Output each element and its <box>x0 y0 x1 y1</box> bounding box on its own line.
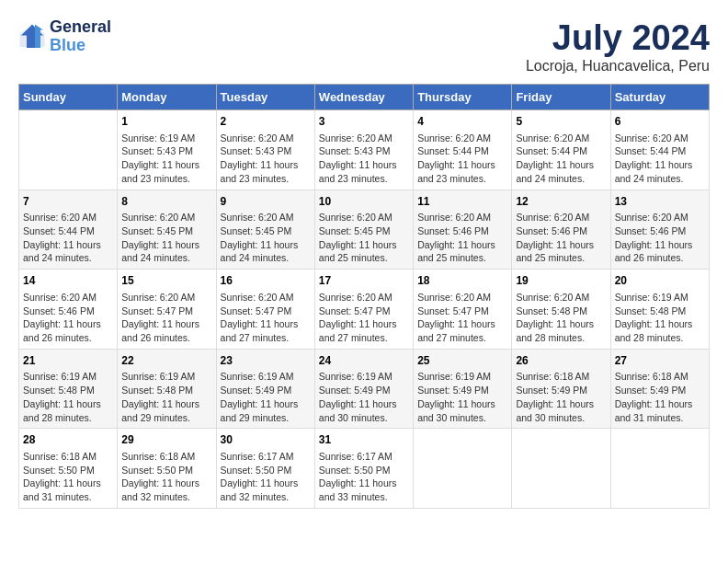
day-number: 3 <box>319 114 409 130</box>
calendar-week-row: 21Sunrise: 6:19 AMSunset: 5:48 PMDayligh… <box>19 349 710 429</box>
calendar-header-tuesday: Tuesday <box>216 85 314 110</box>
calendar-week-row: 1Sunrise: 6:19 AMSunset: 5:43 PMDaylight… <box>19 110 710 190</box>
day-number: 30 <box>221 432 311 448</box>
calendar-cell: 17Sunrise: 6:20 AMSunset: 5:47 PMDayligh… <box>314 270 413 350</box>
day-number: 28 <box>23 432 113 448</box>
calendar-cell <box>414 429 512 509</box>
day-number: 9 <box>221 194 311 210</box>
page-header: General Blue July 2024 Locroja, Huancave… <box>18 18 710 75</box>
day-info: Sunrise: 6:20 AMSunset: 5:44 PMDaylight:… <box>417 132 507 186</box>
day-info: Sunrise: 6:17 AMSunset: 5:50 PMDaylight:… <box>319 450 409 504</box>
day-info: Sunrise: 6:20 AMSunset: 5:46 PMDaylight:… <box>23 291 113 345</box>
day-number: 20 <box>615 273 705 289</box>
calendar-cell: 30Sunrise: 6:17 AMSunset: 5:50 PMDayligh… <box>216 429 314 509</box>
day-info: Sunrise: 6:20 AMSunset: 5:44 PMDaylight:… <box>23 211 113 265</box>
day-info: Sunrise: 6:19 AMSunset: 5:48 PMDaylight:… <box>23 370 113 424</box>
logo-icon <box>18 23 46 51</box>
calendar-week-row: 28Sunrise: 6:18 AMSunset: 5:50 PMDayligh… <box>19 429 710 509</box>
calendar-header-monday: Monday <box>118 85 216 110</box>
day-number: 29 <box>121 432 211 448</box>
calendar-cell: 7Sunrise: 6:20 AMSunset: 5:44 PMDaylight… <box>19 190 118 270</box>
calendar-cell: 28Sunrise: 6:18 AMSunset: 5:50 PMDayligh… <box>19 429 118 509</box>
day-number: 27 <box>615 353 705 369</box>
calendar-cell: 12Sunrise: 6:20 AMSunset: 5:46 PMDayligh… <box>512 190 610 270</box>
calendar-cell <box>512 429 610 509</box>
title-block: July 2024 Locroja, Huancavelica, Peru <box>526 18 710 75</box>
logo: General Blue <box>18 18 111 55</box>
day-info: Sunrise: 6:20 AMSunset: 5:46 PMDaylight:… <box>615 211 705 265</box>
calendar-cell: 5Sunrise: 6:20 AMSunset: 5:44 PMDaylight… <box>512 110 610 190</box>
calendar-cell: 25Sunrise: 6:19 AMSunset: 5:49 PMDayligh… <box>414 349 512 429</box>
day-number: 26 <box>516 353 606 369</box>
day-info: Sunrise: 6:20 AMSunset: 5:43 PMDaylight:… <box>221 132 311 186</box>
day-number: 23 <box>221 353 311 369</box>
day-info: Sunrise: 6:19 AMSunset: 5:48 PMDaylight:… <box>615 291 705 345</box>
calendar-table: SundayMondayTuesdayWednesdayThursdayFrid… <box>18 84 710 509</box>
calendar-cell: 1Sunrise: 6:19 AMSunset: 5:43 PMDaylight… <box>118 110 216 190</box>
day-info: Sunrise: 6:20 AMSunset: 5:44 PMDaylight:… <box>516 132 606 186</box>
calendar-header-thursday: Thursday <box>414 85 512 110</box>
day-number: 5 <box>516 114 606 130</box>
calendar-cell: 2Sunrise: 6:20 AMSunset: 5:43 PMDaylight… <box>216 110 314 190</box>
day-number: 22 <box>121 353 211 369</box>
day-number: 4 <box>417 114 507 130</box>
calendar-cell: 26Sunrise: 6:18 AMSunset: 5:49 PMDayligh… <box>512 349 610 429</box>
day-info: Sunrise: 6:17 AMSunset: 5:50 PMDaylight:… <box>221 450 311 504</box>
calendar-cell: 16Sunrise: 6:20 AMSunset: 5:47 PMDayligh… <box>216 270 314 350</box>
calendar-cell: 14Sunrise: 6:20 AMSunset: 5:46 PMDayligh… <box>19 270 118 350</box>
calendar-week-row: 14Sunrise: 6:20 AMSunset: 5:46 PMDayligh… <box>19 270 710 350</box>
calendar-cell: 22Sunrise: 6:19 AMSunset: 5:48 PMDayligh… <box>118 349 216 429</box>
calendar-cell: 23Sunrise: 6:19 AMSunset: 5:49 PMDayligh… <box>216 349 314 429</box>
day-number: 1 <box>121 114 211 130</box>
day-info: Sunrise: 6:20 AMSunset: 5:47 PMDaylight:… <box>319 291 409 345</box>
calendar-cell: 21Sunrise: 6:19 AMSunset: 5:48 PMDayligh… <box>19 349 118 429</box>
day-number: 12 <box>516 194 606 210</box>
day-info: Sunrise: 6:19 AMSunset: 5:43 PMDaylight:… <box>121 132 211 186</box>
day-number: 19 <box>516 273 606 289</box>
calendar-cell: 10Sunrise: 6:20 AMSunset: 5:45 PMDayligh… <box>314 190 413 270</box>
day-number: 14 <box>23 273 113 289</box>
day-info: Sunrise: 6:20 AMSunset: 5:48 PMDaylight:… <box>516 291 606 345</box>
calendar-cell: 6Sunrise: 6:20 AMSunset: 5:44 PMDaylight… <box>610 110 709 190</box>
day-number: 24 <box>319 353 409 369</box>
day-number: 15 <box>121 273 211 289</box>
day-number: 13 <box>615 194 705 210</box>
calendar-header-saturday: Saturday <box>610 85 709 110</box>
day-info: Sunrise: 6:19 AMSunset: 5:49 PMDaylight:… <box>221 370 311 424</box>
day-info: Sunrise: 6:19 AMSunset: 5:49 PMDaylight:… <box>319 370 409 424</box>
calendar-cell: 3Sunrise: 6:20 AMSunset: 5:43 PMDaylight… <box>314 110 413 190</box>
day-info: Sunrise: 6:20 AMSunset: 5:47 PMDaylight:… <box>417 291 507 345</box>
calendar-cell <box>19 110 118 190</box>
day-info: Sunrise: 6:20 AMSunset: 5:47 PMDaylight:… <box>221 291 311 345</box>
day-info: Sunrise: 6:19 AMSunset: 5:48 PMDaylight:… <box>121 370 211 424</box>
day-number: 8 <box>121 194 211 210</box>
calendar-cell: 29Sunrise: 6:18 AMSunset: 5:50 PMDayligh… <box>118 429 216 509</box>
calendar-cell: 15Sunrise: 6:20 AMSunset: 5:47 PMDayligh… <box>118 270 216 350</box>
calendar-cell: 9Sunrise: 6:20 AMSunset: 5:45 PMDaylight… <box>216 190 314 270</box>
logo-text: General Blue <box>50 18 111 55</box>
day-number: 11 <box>417 194 507 210</box>
day-info: Sunrise: 6:20 AMSunset: 5:47 PMDaylight:… <box>121 291 211 345</box>
day-info: Sunrise: 6:20 AMSunset: 5:45 PMDaylight:… <box>221 211 311 265</box>
day-number: 16 <box>221 273 311 289</box>
calendar-cell: 19Sunrise: 6:20 AMSunset: 5:48 PMDayligh… <box>512 270 610 350</box>
calendar-week-row: 7Sunrise: 6:20 AMSunset: 5:44 PMDaylight… <box>19 190 710 270</box>
day-number: 17 <box>319 273 409 289</box>
day-number: 10 <box>319 194 409 210</box>
day-number: 7 <box>23 194 113 210</box>
day-info: Sunrise: 6:18 AMSunset: 5:49 PMDaylight:… <box>615 370 705 424</box>
calendar-cell: 20Sunrise: 6:19 AMSunset: 5:48 PMDayligh… <box>610 270 709 350</box>
day-info: Sunrise: 6:18 AMSunset: 5:50 PMDaylight:… <box>121 450 211 504</box>
day-info: Sunrise: 6:20 AMSunset: 5:45 PMDaylight:… <box>121 211 211 265</box>
day-number: 2 <box>221 114 311 130</box>
calendar-cell <box>610 429 709 509</box>
day-info: Sunrise: 6:18 AMSunset: 5:50 PMDaylight:… <box>23 450 113 504</box>
calendar-subtitle: Locroja, Huancavelica, Peru <box>526 58 710 75</box>
calendar-cell: 13Sunrise: 6:20 AMSunset: 5:46 PMDayligh… <box>610 190 709 270</box>
calendar-cell: 11Sunrise: 6:20 AMSunset: 5:46 PMDayligh… <box>414 190 512 270</box>
calendar-cell: 27Sunrise: 6:18 AMSunset: 5:49 PMDayligh… <box>610 349 709 429</box>
calendar-header-sunday: Sunday <box>19 85 118 110</box>
calendar-header-friday: Friday <box>512 85 610 110</box>
calendar-cell: 31Sunrise: 6:17 AMSunset: 5:50 PMDayligh… <box>314 429 413 509</box>
calendar-cell: 8Sunrise: 6:20 AMSunset: 5:45 PMDaylight… <box>118 190 216 270</box>
